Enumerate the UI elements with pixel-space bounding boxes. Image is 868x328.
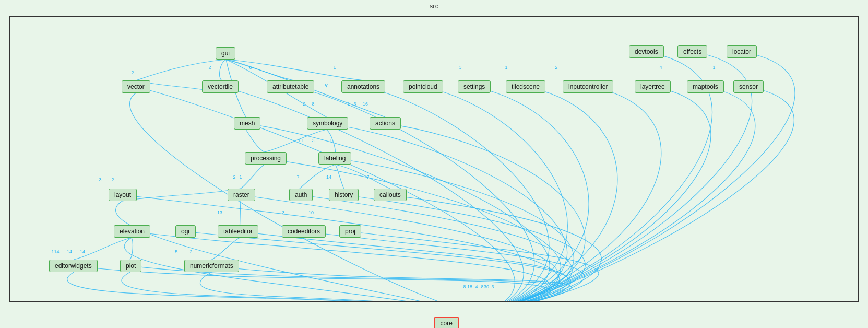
node-processing: processing <box>245 152 287 165</box>
svg-text:3: 3 <box>99 177 101 182</box>
node-actions: actions <box>370 117 401 130</box>
svg-text:30: 30 <box>484 284 489 289</box>
node-inputcontroller: inputcontroller <box>563 80 613 93</box>
svg-text:14: 14 <box>326 174 331 180</box>
svg-text:18: 18 <box>467 284 472 289</box>
node-history: history <box>329 189 359 201</box>
node-mesh: mesh <box>234 117 260 130</box>
svg-text:3: 3 <box>459 65 461 70</box>
node-vector: vector <box>122 80 150 93</box>
svg-text:8: 8 <box>463 284 466 289</box>
svg-text:14: 14 <box>80 249 85 254</box>
svg-text:1: 1 <box>505 65 507 70</box>
svg-text:4: 4 <box>659 65 662 70</box>
node-labeling: labeling <box>318 152 351 165</box>
svg-text:2: 2 <box>189 249 192 254</box>
node-tableeditor: tableeditor <box>218 225 258 238</box>
node-ogr: ogr <box>175 225 196 238</box>
node-layertree: layertree <box>635 80 671 93</box>
svg-text:2: 2 <box>555 65 557 70</box>
node-annotations: annotations <box>341 80 385 93</box>
node-gui: gui <box>216 47 235 60</box>
svg-text:2: 2 <box>208 65 211 70</box>
svg-text:16: 16 <box>363 101 368 107</box>
node-vectortile: vectortile <box>202 80 239 93</box>
svg-text:2: 2 <box>233 174 235 180</box>
node-layout: layout <box>109 189 137 201</box>
node-numericformats: numericformats <box>184 260 239 272</box>
main-container: 2613124122813161131217147321331011414145… <box>9 16 859 302</box>
node-pointcloud: pointcloud <box>403 80 443 93</box>
svg-text:3: 3 <box>491 284 494 289</box>
node-elevation: elevation <box>114 225 150 238</box>
svg-text:13: 13 <box>217 210 222 215</box>
svg-text:2: 2 <box>131 70 134 75</box>
svg-text:5: 5 <box>175 249 177 254</box>
node-raster: raster <box>228 189 255 201</box>
svg-text:1: 1 <box>712 65 715 70</box>
node-proj: proj <box>339 225 361 238</box>
svg-text:3: 3 <box>282 210 284 215</box>
node-devtools: devtools <box>629 45 664 58</box>
node-locator: locator <box>727 45 757 58</box>
svg-text:10: 10 <box>308 210 314 215</box>
svg-text:6: 6 <box>249 65 252 70</box>
node-callouts: callouts <box>374 189 407 201</box>
svg-text:2: 2 <box>111 177 114 182</box>
svg-text:1: 1 <box>239 174 242 180</box>
svg-text:3: 3 <box>312 138 314 143</box>
svg-text:1: 1 <box>329 138 332 143</box>
page-title: src <box>0 0 868 12</box>
svg-text:4: 4 <box>475 284 478 289</box>
node-auth: auth <box>289 189 313 201</box>
svg-text:1: 1 <box>301 138 304 143</box>
node-editorwidgets: editorwidgets <box>49 260 98 272</box>
node-sensor: sensor <box>733 80 764 93</box>
node-attributetable: attributetable <box>267 80 314 93</box>
svg-text:2: 2 <box>303 101 305 107</box>
node-symbology: symbology <box>307 117 348 130</box>
svg-text:114: 114 <box>51 249 59 254</box>
svg-text:8: 8 <box>312 101 314 107</box>
svg-text:1: 1 <box>347 101 350 107</box>
svg-text:7: 7 <box>296 174 299 180</box>
svg-text:1: 1 <box>333 65 336 70</box>
node-maptools: maptools <box>687 80 724 93</box>
node-tiledscene: tiledscene <box>506 80 545 93</box>
svg-text:14: 14 <box>67 249 72 254</box>
node-settings: settings <box>458 80 491 93</box>
node-effects: effects <box>677 45 707 58</box>
node-codeeditors: codeeditors <box>282 225 326 238</box>
svg-text:8: 8 <box>481 284 483 289</box>
svg-text:3: 3 <box>353 101 356 107</box>
svg-text:7: 7 <box>366 174 369 180</box>
svg-text:1: 1 <box>298 138 300 143</box>
node-plot: plot <box>120 260 141 272</box>
